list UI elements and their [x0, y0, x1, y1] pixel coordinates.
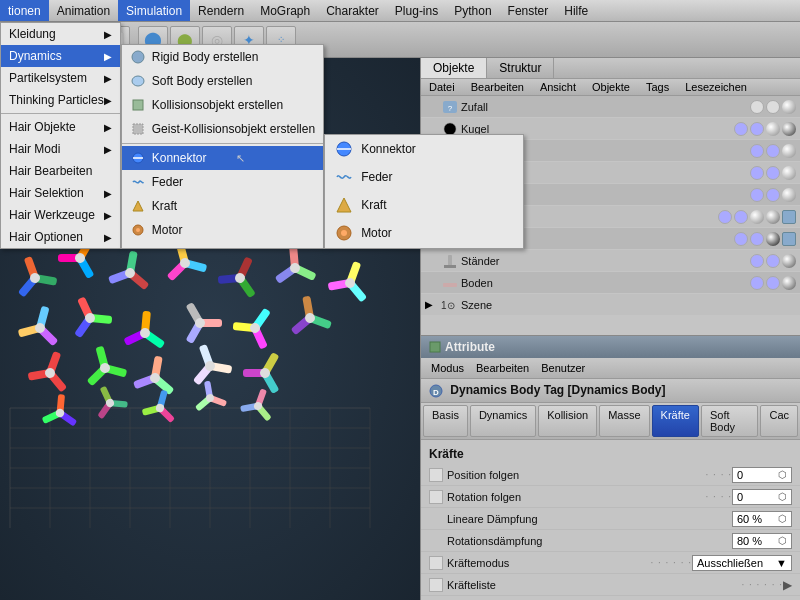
spinner-up-down[interactable]: ⬡: [778, 535, 787, 546]
sphere-icon: [766, 122, 780, 136]
attr-modus[interactable]: Modus: [425, 360, 470, 376]
visibility-dot[interactable]: [734, 232, 748, 246]
kraefte-liste-checkbox[interactable]: [429, 578, 443, 592]
dropdown-value: Ausschließen: [697, 557, 763, 569]
menu-fenster[interactable]: Fenster: [500, 0, 557, 21]
kraefte-checkbox[interactable]: [429, 556, 443, 570]
sphere-icon: [782, 276, 796, 290]
attributes-panel: Attribute Modus Bearbeiten Benutzer D Dy…: [421, 336, 800, 600]
rotation-value[interactable]: 0 ⬡: [732, 489, 792, 505]
spinner-up-down[interactable]: ⬡: [778, 469, 787, 480]
menu-rendern[interactable]: Rendern: [190, 0, 252, 21]
sim-menu-hair-bearbeiten[interactable]: Hair Bearbeiten: [1, 160, 120, 182]
menu-separator: [1, 113, 120, 114]
obj-controls: [750, 144, 796, 158]
sub-tags[interactable]: Tags: [638, 79, 677, 95]
sim-menu-hair-modi[interactable]: Hair Modi ▶: [1, 138, 120, 160]
render-dot[interactable]: [766, 188, 780, 202]
dyn-kollision[interactable]: Kollisionsobjekt erstellen: [122, 93, 323, 117]
sim-menu-hair-optionen[interactable]: Hair Optionen ▶: [1, 226, 120, 248]
visibility-dot[interactable]: [750, 276, 764, 290]
menu-plugins[interactable]: Plug-ins: [387, 0, 446, 21]
spinner-up-down[interactable]: ⬡: [778, 491, 787, 502]
render-dot[interactable]: [766, 144, 780, 158]
kon-motor[interactable]: Motor: [325, 219, 523, 247]
render-dot[interactable]: [766, 276, 780, 290]
menu-animation[interactable]: Animation: [49, 0, 118, 21]
visibility-dot[interactable]: [750, 254, 764, 268]
menu-hilfe[interactable]: Hilfe: [556, 0, 596, 21]
sim-menu-dynamics[interactable]: Dynamics ▶: [1, 45, 120, 67]
render-dot[interactable]: [766, 100, 780, 114]
render-dot[interactable]: [734, 210, 748, 224]
position-checkbox[interactable]: [429, 468, 443, 482]
visibility-dot[interactable]: [718, 210, 732, 224]
sim-menu-hair-werkzeuge[interactable]: Hair Werkzeuge ▶: [1, 204, 120, 226]
sim-menu-thinking-particles[interactable]: Thinking Particles ▶: [1, 89, 120, 111]
render-dot[interactable]: [766, 166, 780, 180]
sub-ansicht[interactable]: Ansicht: [532, 79, 584, 95]
konnektor-icon: [335, 140, 353, 158]
dynamics-icon: D: [429, 384, 443, 398]
dyn-motor[interactable]: Motor: [122, 218, 323, 242]
menu-simulation[interactable]: Simulation: [118, 0, 190, 21]
kraefte-label: Kräftemodus: [447, 557, 650, 569]
attr-row-rotations: Rotationsdämpfung 80 % ⬡: [421, 530, 800, 552]
menu-charakter[interactable]: Charakter: [318, 0, 387, 21]
expand-btn[interactable]: ▶: [425, 299, 439, 310]
sub-objekte[interactable]: Objekte: [584, 79, 638, 95]
visibility-dot[interactable]: [750, 100, 764, 114]
tab-kollision[interactable]: Kollision: [538, 405, 597, 437]
dyn-rigid-body[interactable]: Rigid Body erstellen: [122, 45, 323, 69]
render-dot[interactable]: [750, 232, 764, 246]
menu-aktionen[interactable]: tionen: [0, 0, 49, 21]
dyn-geist[interactable]: Geist-Kollisionsobjekt erstellen: [122, 117, 323, 141]
visibility-dot[interactable]: [750, 144, 764, 158]
visibility-dot[interactable]: [750, 188, 764, 202]
tab-soft-body[interactable]: Soft Body: [701, 405, 759, 437]
obj-controls: [750, 276, 796, 290]
obj-controls: [718, 210, 796, 224]
tab-cac[interactable]: Cac: [760, 405, 798, 437]
rotations-value[interactable]: 80 % ⬡: [732, 533, 792, 549]
value-text: 0: [737, 491, 743, 503]
sim-menu-hair-objekte[interactable]: Hair Objekte ▶: [1, 116, 120, 138]
dynamics-separator: [122, 143, 323, 144]
dyn-kraft[interactable]: Kraft: [122, 194, 323, 218]
visibility-dot[interactable]: [734, 122, 748, 136]
visibility-dot[interactable]: [750, 166, 764, 180]
menu-mograph[interactable]: MoGraph: [252, 0, 318, 21]
kon-kraft[interactable]: Kraft: [325, 191, 523, 219]
tab-masse[interactable]: Masse: [599, 405, 649, 437]
kon-feder[interactable]: Feder: [325, 163, 523, 191]
list-arrow-icon: ▶: [783, 578, 792, 592]
tab-dynamics[interactable]: Dynamics: [470, 405, 536, 437]
arrow-icon: ▶: [104, 95, 112, 106]
dyn-konnektor[interactable]: Konnektor ↖: [122, 146, 323, 170]
dyn-feder[interactable]: Feder: [122, 170, 323, 194]
tab-kraefte[interactable]: Kräfte: [652, 405, 699, 437]
dropdown-arrow-icon: ▼: [776, 557, 787, 569]
rotation-checkbox[interactable]: [429, 490, 443, 504]
sim-menu-kleidung[interactable]: Kleidung ▶: [1, 23, 120, 45]
render-dot[interactable]: [750, 122, 764, 136]
sim-menu-partikelsystem[interactable]: Partikelsystem ▶: [1, 67, 120, 89]
spinner-up-down[interactable]: ⬡: [778, 513, 787, 524]
attr-row-rotation: Rotation folgen · · · · 0 ⬡: [421, 486, 800, 508]
kon-konnektor[interactable]: Konnektor: [325, 135, 523, 163]
kraefte-liste-label: Kräfteliste: [447, 579, 741, 591]
sim-menu-hair-selektion[interactable]: Hair Selektion ▶: [1, 182, 120, 204]
attr-bearbeiten[interactable]: Bearbeiten: [470, 360, 535, 376]
arrow-icon: ▶: [104, 210, 112, 221]
sub-lesezeichen[interactable]: Lesezeichen: [677, 79, 755, 95]
dots: · · · ·: [706, 469, 732, 480]
dyn-soft-body[interactable]: Soft Body erstellen: [122, 69, 323, 93]
menu-python[interactable]: Python: [446, 0, 499, 21]
tab-basis[interactable]: Basis: [423, 405, 468, 437]
kraefte-dropdown[interactable]: Ausschließen ▼: [692, 555, 792, 571]
render-dot[interactable]: [766, 254, 780, 268]
sphere-icon: [750, 210, 764, 224]
attr-benutzer[interactable]: Benutzer: [535, 360, 591, 376]
position-value[interactable]: 0 ⬡: [732, 467, 792, 483]
lineare-value[interactable]: 60 % ⬡: [732, 511, 792, 527]
